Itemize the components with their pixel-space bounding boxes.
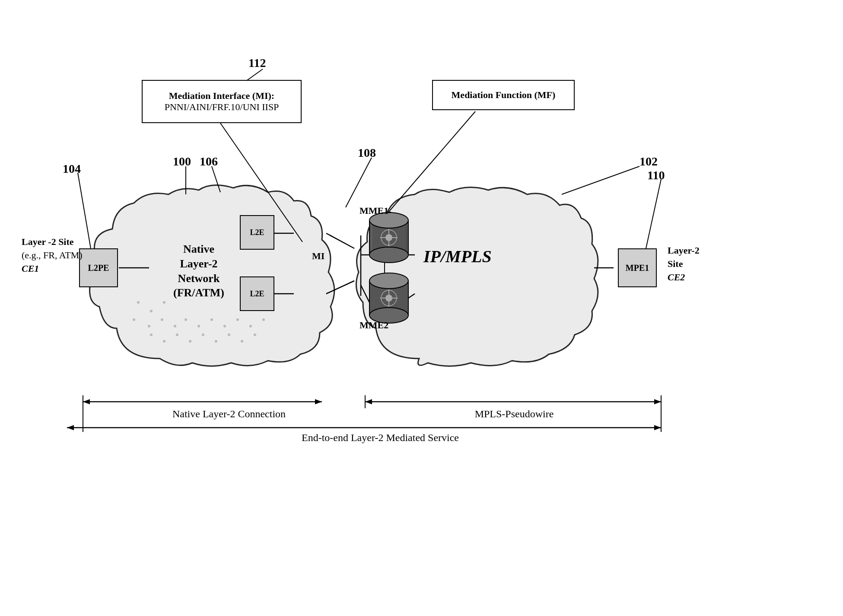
svg-line-40	[402, 294, 415, 302]
svg-point-6	[174, 325, 176, 327]
svg-point-7	[185, 318, 187, 321]
mpe1-box: MPE1	[618, 248, 657, 287]
svg-point-65	[381, 230, 397, 245]
site-left-line2: (e.g., FR, ATM)	[22, 249, 83, 262]
svg-point-22	[254, 333, 256, 336]
svg-point-71	[381, 290, 397, 306]
diagram-container: 112 100 102 104 106 108 110 Mediation In…	[0, 0, 843, 616]
l2e-bottom-box: L2E	[240, 276, 274, 311]
svg-point-13	[262, 318, 265, 321]
svg-point-5	[161, 318, 163, 321]
svg-point-1	[150, 310, 153, 312]
svg-point-63	[369, 273, 408, 289]
end-to-end-label: End-to-end Layer-2 Mediated Service	[242, 432, 519, 444]
svg-point-17	[189, 340, 191, 343]
svg-point-3	[133, 318, 135, 321]
mf-box: Mediation Function (MF)	[432, 80, 575, 110]
mi-box: Mediation Interface (MI): PNNI/AINI/FRF.…	[142, 80, 302, 123]
svg-line-33	[326, 233, 354, 248]
ref-102: 102	[639, 155, 658, 168]
ipmpls-label: IP/MPLS	[423, 246, 492, 267]
svg-point-0	[137, 301, 140, 304]
svg-point-16	[176, 333, 178, 336]
svg-marker-53	[654, 425, 661, 430]
svg-rect-62	[369, 281, 408, 315]
svg-point-12	[249, 325, 252, 327]
ref-106: 106	[200, 155, 218, 168]
mi-label: MI	[312, 251, 324, 262]
svg-point-59	[369, 247, 408, 263]
svg-point-20	[228, 333, 230, 336]
svg-point-14	[150, 333, 153, 336]
ref-110: 110	[647, 168, 665, 182]
mme2-label: MME2	[359, 320, 388, 331]
layer2-site-left: Layer -2 Site (e.g., FR, ATM) CE1	[22, 235, 83, 275]
svg-line-34	[326, 281, 354, 294]
svg-marker-50	[654, 399, 661, 404]
site-right-line2: Site	[668, 257, 700, 271]
svg-line-42	[389, 111, 475, 212]
native-connection-label: Native Layer-2 Connection	[134, 408, 324, 420]
svg-point-21	[241, 340, 243, 343]
site-right-line3: CE2	[668, 271, 700, 284]
site-left-line1: Layer -2 Site	[22, 235, 83, 249]
ref-100: 100	[173, 155, 191, 168]
mpls-pseudowire-label: MPLS-Pseudowire	[432, 408, 596, 420]
l2pe-box: L2PE	[79, 248, 118, 287]
layer2-site-right: Layer-2 Site CE2	[668, 244, 700, 284]
mme1-label: MME1	[359, 205, 388, 216]
svg-line-38	[361, 285, 369, 302]
l2e-top-box: L2E	[240, 215, 274, 250]
svg-point-19	[215, 340, 217, 343]
site-right-line1: Layer-2	[668, 244, 700, 257]
svg-point-8	[197, 325, 200, 327]
mi-box-subtitle: PNNI/AINI/FRF.10/UNI IISP	[165, 102, 279, 113]
svg-point-66	[385, 234, 392, 241]
native-cloud	[88, 185, 334, 366]
site-left-line3: CE1	[22, 262, 83, 276]
svg-point-2	[163, 301, 165, 304]
mf-box-label: Mediation Function (MF)	[452, 89, 556, 101]
svg-marker-52	[67, 425, 74, 430]
mi-box-title: Mediation Interface (MI):	[169, 90, 274, 102]
svg-point-10	[223, 325, 226, 327]
svg-line-29	[646, 179, 661, 248]
ipmpls-cloud	[356, 187, 598, 366]
svg-line-27	[212, 166, 220, 192]
diagram-svg	[0, 0, 843, 616]
svg-point-9	[210, 318, 213, 321]
svg-rect-57	[369, 220, 408, 255]
ref-104: 104	[63, 162, 81, 176]
ref-108: 108	[358, 146, 376, 160]
ref-112: 112	[248, 56, 266, 70]
svg-marker-47	[315, 399, 322, 404]
svg-marker-46	[83, 399, 90, 404]
svg-point-11	[236, 318, 239, 321]
native-line2: Layer-2	[138, 257, 259, 271]
svg-point-72	[385, 295, 392, 302]
svg-marker-49	[365, 399, 372, 404]
svg-point-4	[148, 325, 150, 327]
svg-point-15	[163, 340, 165, 343]
svg-line-25	[562, 166, 639, 194]
svg-point-18	[202, 333, 204, 336]
svg-line-28	[346, 158, 372, 207]
